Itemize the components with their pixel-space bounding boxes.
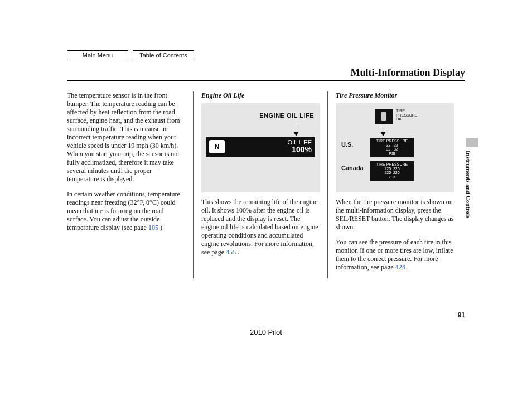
- nav-buttons: Main Menu Table of Contents: [67, 50, 194, 60]
- oil-display-band: N OIL LIFE 100%: [206, 137, 315, 157]
- col1-para1: The temperature sensor is in the front b…: [67, 91, 185, 183]
- tp-ca-vals: 220 220 220 220 kPa: [370, 167, 414, 180]
- column-1: The temperature sensor is in the front b…: [67, 91, 191, 278]
- tire-ok-text: TIRE PRESSURE OK: [396, 109, 418, 122]
- column-divider-1: [193, 91, 194, 278]
- page-number: 91: [458, 311, 465, 319]
- col3-para2: You can see the pressure of each tire in…: [336, 238, 454, 272]
- section-label: Instruments and Controls: [465, 151, 472, 218]
- columns: The temperature sensor is in the front b…: [67, 91, 454, 278]
- main-menu-button[interactable]: Main Menu: [67, 50, 128, 60]
- col1-p2b: ).: [158, 224, 164, 231]
- page-title: Multi-Information Display: [350, 67, 465, 79]
- col2-p1a: This shows the remaining life of the eng…: [201, 198, 318, 256]
- link-page-105[interactable]: 105: [148, 224, 158, 231]
- engine-oil-illustration: ENGINE OIL LIFE N OIL LIFE 100%: [201, 103, 320, 192]
- engine-oil-life-heading: Engine Oil Life: [201, 91, 320, 100]
- tire-pressure-heading: Tire Pressure Monitor: [336, 91, 454, 100]
- arrow-down-icon: [383, 125, 383, 136]
- col2-para1: This shows the remaining life of the eng…: [201, 198, 320, 257]
- tp-us-vals: 32 32 32 32 PSI: [370, 143, 414, 156]
- model-name: 2010 Pilot: [0, 328, 532, 336]
- col3-p2b: .: [405, 263, 409, 271]
- table-of-contents-button[interactable]: Table of Contents: [133, 50, 194, 60]
- col3-para1: When the tire pressure monitor is shown …: [336, 198, 454, 231]
- link-page-424[interactable]: 424: [395, 263, 405, 271]
- column-divider-2: [327, 91, 328, 278]
- tp-ca-title: TIRE PRESSURE: [370, 162, 414, 167]
- gear-indicator: N: [209, 140, 225, 153]
- tire-pressure-illustration: TIRE PRESSURE OK U.S. TIRE PRESSURE 32 3…: [336, 103, 454, 192]
- title-rule: [67, 80, 465, 81]
- column-2: Engine Oil Life ENGINE OIL LIFE N OIL LI…: [196, 91, 325, 278]
- column-3: Tire Pressure Monitor TIRE PRESSURE OK U…: [330, 91, 454, 278]
- oil-line2: 100%: [287, 146, 312, 154]
- col3-p2a: You can see the pressure of each tire in…: [336, 238, 453, 271]
- label-canada: Canada: [341, 165, 364, 172]
- tp-us-title: TIRE PRESSURE: [370, 139, 414, 143]
- section-tab: [466, 138, 478, 147]
- arrow-down-icon: [296, 121, 296, 136]
- manual-page: Main Menu Table of Contents Multi-Inform…: [0, 0, 532, 396]
- tire-pressure-us-box: TIRE PRESSURE 32 32 32 32 PSI: [370, 138, 414, 157]
- car-top-icon: [375, 109, 393, 124]
- tire-pressure-ca-box: TIRE PRESSURE 220 220 220 220 kPa: [370, 161, 414, 181]
- label-us: U.S.: [341, 141, 353, 149]
- link-page-455[interactable]: 455: [226, 248, 236, 256]
- oil-readout: OIL LIFE 100%: [287, 139, 312, 154]
- oil-label: ENGINE OIL LIFE: [201, 112, 314, 120]
- col1-para2: In certain weather conditions, temperatu…: [67, 190, 185, 232]
- col2-p1b: .: [236, 248, 239, 256]
